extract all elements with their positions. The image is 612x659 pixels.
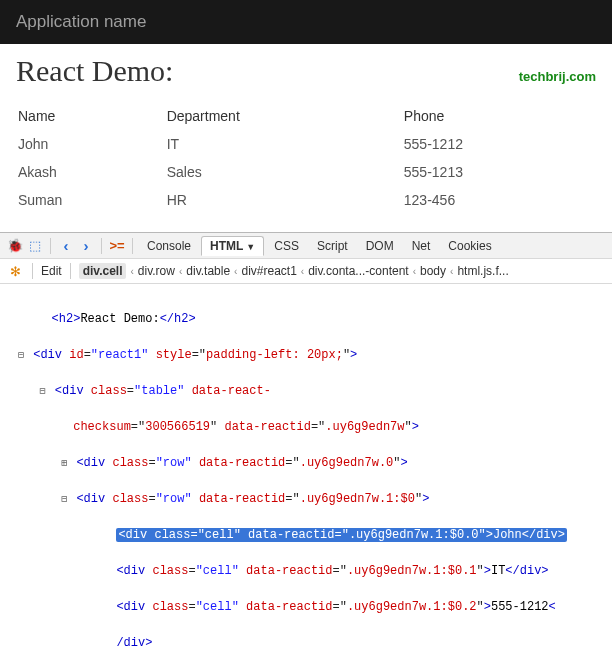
app-name: Application name: [16, 12, 146, 31]
separator: [101, 238, 102, 254]
inspect-icon[interactable]: ⬚: [26, 237, 44, 255]
breadcrumb[interactable]: div#react1: [241, 264, 296, 278]
separator: [50, 238, 51, 254]
breadcrumb[interactable]: div.cell: [79, 263, 127, 279]
console-prompt-icon[interactable]: >‍=: [108, 237, 126, 255]
col-phone: Phone: [402, 102, 596, 130]
collapse-icon[interactable]: ⊟: [16, 348, 26, 363]
chevron-left-icon: ‹: [450, 266, 453, 277]
edit-icon[interactable]: ✻: [6, 262, 24, 280]
chevron-left-icon: ‹: [130, 266, 133, 277]
tab-dom[interactable]: DOM: [358, 237, 402, 255]
brand-link[interactable]: techbrij.com: [519, 69, 596, 84]
tab-html[interactable]: HTML▼: [201, 236, 264, 256]
firebug-icon[interactable]: 🐞: [6, 237, 24, 255]
tab-css[interactable]: CSS: [266, 237, 307, 255]
table-row: Suman HR 123-456: [16, 186, 596, 214]
chevron-down-icon: ▼: [246, 242, 255, 252]
data-table: Name Department Phone John IT 555-1212 A…: [16, 102, 596, 214]
tab-console[interactable]: Console: [139, 237, 199, 255]
breadcrumb[interactable]: body: [420, 264, 446, 278]
devtools-subtoolbar: ✻ Edit div.cell ‹ div.row ‹ div.table ‹ …: [0, 259, 612, 284]
devtools-toolbar: 🐞 ⬚ ‹ › >‍= Console HTML▼ CSS Script DOM…: [0, 233, 612, 259]
col-name: Name: [16, 102, 165, 130]
separator: [32, 263, 33, 279]
forward-icon[interactable]: ›: [77, 237, 95, 255]
tab-cookies[interactable]: Cookies: [440, 237, 499, 255]
page-content: React Demo: techbrij.com Name Department…: [0, 44, 612, 218]
separator: [132, 238, 133, 254]
chevron-left-icon: ‹: [179, 266, 182, 277]
collapse-icon[interactable]: ⊟: [38, 384, 48, 399]
collapse-icon[interactable]: ⊟: [59, 492, 69, 507]
breadcrumb[interactable]: div.conta...-content: [308, 264, 409, 278]
back-icon[interactable]: ‹: [57, 237, 75, 255]
devtools-panel: 🐞 ⬚ ‹ › >‍= Console HTML▼ CSS Script DOM…: [0, 232, 612, 659]
breadcrumb[interactable]: div.table: [186, 264, 230, 278]
breadcrumb[interactable]: html.js.f...: [457, 264, 508, 278]
tab-net[interactable]: Net: [404, 237, 439, 255]
app-header: Application name: [0, 0, 612, 44]
table-row: Akash Sales 555-1213: [16, 158, 596, 186]
table-row: John IT 555-1212: [16, 130, 596, 158]
selected-node[interactable]: <div class="cell" data-reactid=".uy6g9ed…: [116, 528, 567, 542]
chevron-left-icon: ‹: [413, 266, 416, 277]
col-dept: Department: [165, 102, 402, 130]
chevron-left-icon: ‹: [301, 266, 304, 277]
chevron-left-icon: ‹: [234, 266, 237, 277]
expand-icon[interactable]: ⊞: [59, 456, 69, 471]
edit-button[interactable]: Edit: [41, 264, 62, 278]
page-title: React Demo:: [16, 54, 173, 88]
breadcrumb[interactable]: div.row: [138, 264, 175, 278]
tab-script[interactable]: Script: [309, 237, 356, 255]
separator: [70, 263, 71, 279]
html-source-panel[interactable]: <h2>React Demo:</h2> ⊟ <div id="react1" …: [0, 284, 612, 659]
